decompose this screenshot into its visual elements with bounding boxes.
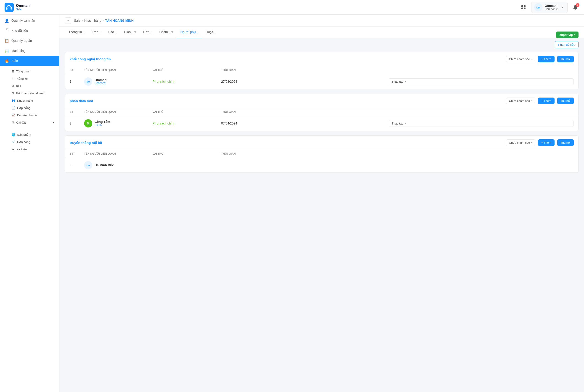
row-role-0-0: Phụ trách chính — [148, 74, 216, 89]
sidebar-sub-don-hang[interactable]: 🛒 Đơn hàng — [0, 138, 59, 146]
tab-don[interactable]: Đơn... — [140, 26, 156, 38]
breadcrumb-sep-1: › — [82, 19, 83, 22]
status-dropdown-0[interactable]: Chưa chăm sóc ▾ — [506, 56, 535, 62]
tab-giao[interactable]: Giao... ▾ — [120, 26, 140, 38]
sidebar-label-cai-dat: Cài đặt — [16, 121, 26, 124]
tab-nguoi-phu[interactable]: Người phụ... — [176, 26, 202, 38]
sidebar-item-kho-du-lieu[interactable]: 🗄 Kho dữ liệu — [0, 26, 59, 36]
sidebar-sub-thong-ke[interactable]: ≡ Thống kê — [0, 75, 59, 82]
th-time-1: THỜI GIAN — [216, 108, 384, 116]
header-user-name: Ommani — [545, 4, 558, 8]
avatar: OM — [84, 78, 92, 86]
action-dropdown[interactable]: Thao tác ▾ — [389, 120, 574, 127]
table-row: 1 OM — [65, 74, 578, 89]
breadcrumb-sale[interactable]: Sale — [74, 19, 80, 22]
thu-hoi-button-2[interactable]: Thu hồi — [557, 139, 574, 146]
user-info: Công Tâm DIO37 — [94, 120, 110, 127]
sidebar-label-quan-ly-ca-nhan: Quản lý cá nhân — [12, 19, 35, 22]
sidebar-collapse-button[interactable]: → — [65, 17, 71, 24]
th-name-1: TÊN NGƯỜI LIÊN QUAN — [80, 108, 148, 116]
marketing-icon: 📊 — [4, 48, 9, 53]
logo-area: Ommani Sale — [4, 3, 64, 12]
sidebar-sub-ke-hoach[interactable]: ⚙ Kế hoạch kinh doanh — [0, 90, 59, 97]
sidebar-sub-khach-hang[interactable]: 👥 Khách hàng — [0, 97, 59, 104]
sidebar-label-marketing: Marketing — [12, 49, 25, 52]
sidebar-sub-san-pham[interactable]: 🌐 Sản phẩm — [0, 131, 59, 138]
thu-hoi-button-0[interactable]: Thu hồi — [557, 56, 574, 62]
sidebar-label-ke-hoach: Kế hoạch kinh doanh — [16, 92, 44, 95]
breadcrumb-khach-hang[interactable]: Khách hàng — [84, 19, 102, 22]
section-phan-data-moi: phan data moi Chưa chăm sóc ▾ + Thêm Thu… — [65, 94, 578, 131]
sidebar-sub-tong-quan[interactable]: ⊞ Tổng quan — [0, 68, 59, 75]
row-role-2-0 — [148, 158, 216, 173]
action-caret-icon: ▾ — [405, 80, 406, 83]
th-name-0: TÊN NGƯỜI LIÊN QUAN — [80, 66, 148, 74]
sidebar-label-ke-toan: Kế toán — [16, 148, 27, 151]
tab-cham[interactable]: Chăm... ▾ — [156, 26, 176, 38]
svg-rect-4 — [524, 8, 526, 9]
row-date-2-0 — [216, 158, 478, 173]
settings-caret-icon: ▼ — [52, 121, 54, 124]
th-role-1: VAI TRÒ — [148, 108, 216, 116]
sidebar-sub-du-bao[interactable]: 📈 Dự báo nhu cầu — [0, 112, 59, 119]
tab-trao[interactable]: Trao... — [88, 26, 105, 38]
sidebar-item-marketing[interactable]: 📊 Marketing — [0, 46, 59, 56]
thu-hoi-button-1[interactable]: Thu hồi — [557, 98, 574, 104]
accounting-icon: ⛰ — [12, 147, 14, 151]
phan-du-lieu-button[interactable]: Phân dữ liệu — [555, 41, 578, 48]
add-button-1[interactable]: + Thêm — [538, 98, 554, 104]
sidebar-sub-hop-dong[interactable]: 📄 Hợp đồng — [0, 104, 59, 112]
role-text: Phụ trách chính — [153, 80, 175, 84]
page-actions-bar: Phân dữ liệu — [60, 38, 584, 48]
row-user-2-0: OM Hà Minh Đức — [80, 158, 148, 173]
th-role-0: VAI TRÒ — [148, 66, 216, 74]
section-header-phan-data-moi: phan data moi Chưa chăm sóc ▾ + Thêm Thu… — [65, 94, 578, 108]
section-truyen-thong-noi-bo: truyền thông nội bộ Chưa chăm sóc ▾ + Th… — [65, 136, 578, 173]
notification-button[interactable]: 1 — [571, 3, 580, 12]
sidebar-item-quan-ly-ca-nhan[interactable]: 👤 Quản lý cá nhân — [0, 16, 59, 26]
th-stt-2: STT — [65, 150, 80, 158]
top-header: Ommani Sale OM Ommani Chủ đơn vị — [0, 0, 584, 14]
row-user-1-0: M Công Tâm DIO37 — [80, 116, 148, 131]
stats-icon: ≡ — [12, 77, 13, 80]
sidebar-item-quan-ly-du-an[interactable]: 📋 Quản lý dự án — [0, 36, 59, 46]
sidebar-item-sale[interactable]: 🔥 Sale — [0, 56, 59, 66]
tab-hoat[interactable]: Hoạt... — [202, 26, 219, 38]
sidebar-sub-cai-dat[interactable]: ⚙ Cài đặt ▼ — [0, 119, 59, 126]
svg-rect-3 — [522, 8, 523, 9]
add-button-2[interactable]: + Thêm — [538, 139, 554, 146]
row-action-1-0: Thao tác ▾ — [384, 116, 578, 131]
sidebar-sub-ke-toan[interactable]: ⛰ Kế toán — [0, 146, 59, 153]
status-dropdown-1[interactable]: Chưa chăm sóc ▾ — [506, 98, 535, 104]
sidebar-sub-kpi[interactable]: ⚙ KPI — [0, 82, 59, 90]
sidebar: 👤 Quản lý cá nhân 🗄 Kho dữ liệu 📋 Quản l… — [0, 14, 60, 392]
more-options-icon[interactable]: ⋮ — [560, 5, 564, 10]
th-name-2: TÊN NGƯỜI LIÊN QUAN — [80, 150, 148, 158]
sidebar-bottom-items: 🌐 Sản phẩm 🛒 Đơn hàng ⛰ Kế toán — [0, 129, 59, 154]
app-subtitle: Sale — [16, 8, 30, 11]
th-stt-1: STT — [65, 108, 80, 116]
product-icon: 🌐 — [12, 133, 15, 136]
overview-icon: ⊞ — [12, 70, 14, 73]
super-vip-caret-icon: ▾ — [574, 34, 575, 36]
tab-bao[interactable]: Báo... — [105, 26, 120, 38]
svg-text:OM: OM — [86, 164, 90, 166]
user-name-cell: Công Tâm — [94, 120, 110, 124]
grid-icon-button[interactable] — [519, 3, 528, 12]
app-title: Ommani — [16, 4, 30, 8]
sidebar-label-san-pham: Sản phẩm — [17, 133, 31, 136]
section-header-truyen-thong: truyền thông nội bộ Chưa chăm sóc ▾ + Th… — [65, 136, 578, 150]
action-dropdown[interactable]: Thao tác ▾ — [389, 78, 574, 85]
svg-rect-0 — [4, 3, 14, 12]
user-info-card[interactable]: OM Ommani Chủ đơn vị ⋮ — [531, 2, 568, 13]
user-info: Ommani U000002 — [94, 78, 108, 85]
section-table-1: STT TÊN NGƯỜI LIÊN QUAN VAI TRÒ THỜI GIA… — [65, 108, 578, 131]
status-dropdown-2[interactable]: Chưa chăm sóc ▾ — [506, 139, 535, 146]
app-body: 👤 Quản lý cá nhân 🗄 Kho dữ liệu 📋 Quản l… — [0, 14, 584, 392]
section-khoi-cong-nghe: khối công nghệ thông tin Chưa chăm sóc ▾… — [65, 52, 578, 89]
add-button-0[interactable]: + Thêm — [538, 56, 554, 62]
th-role-2: VAI TRÒ — [148, 150, 216, 158]
tab-thong-tin[interactable]: Thông tin... — [65, 26, 88, 38]
tab-right-area: super-vip ▾ — [556, 32, 578, 38]
super-vip-button[interactable]: super-vip ▾ — [556, 32, 578, 38]
